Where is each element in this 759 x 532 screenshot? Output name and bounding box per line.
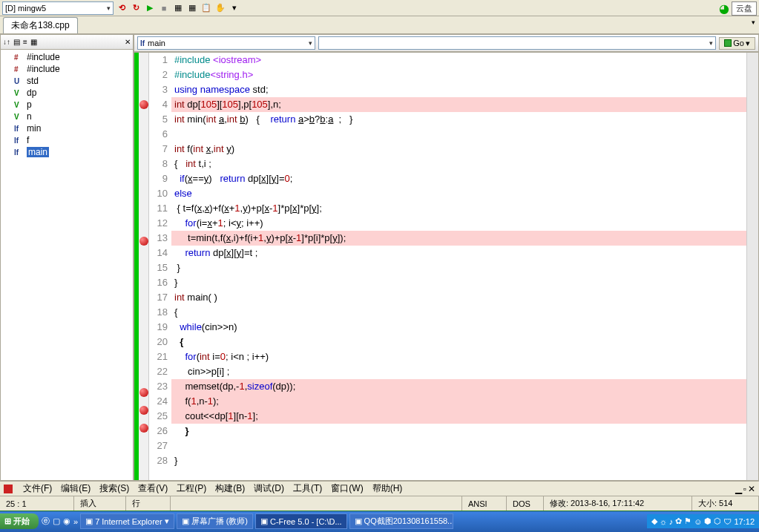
outline-item[interactable]: Ustd	[1, 75, 133, 87]
outline-item[interactable]: ##include	[1, 51, 133, 63]
line-number: 22	[149, 364, 168, 379]
code-line[interactable]: }	[171, 260, 746, 275]
menu-item[interactable]: 文件(F)	[23, 483, 52, 493]
hand-icon[interactable]: ✋	[214, 2, 226, 14]
ie-icon[interactable]: ⓔ	[42, 516, 50, 527]
code-line[interactable]: int min(int a,int b) { return a>b?b:a ; …	[171, 112, 746, 127]
code-line[interactable]: return dp[x][y]=t ;	[171, 246, 746, 260]
code-line[interactable]: memset(dp,-1,sizeof(dp));	[171, 379, 746, 394]
tray-icon[interactable]: ☼	[660, 517, 667, 526]
refresh-icon[interactable]: ⟲	[116, 2, 128, 14]
view-icon[interactable]: ▦	[30, 38, 37, 46]
outline-item[interactable]: Vdp	[1, 87, 133, 99]
outline-item[interactable]: ##include	[1, 63, 133, 75]
compiler-combo[interactable]: [D] mingw5	[2, 1, 114, 15]
code-line[interactable]: #include <iostream>	[171, 53, 746, 68]
menu-item[interactable]: 工程(P)	[177, 483, 206, 493]
tab-dropdown-icon[interactable]: ▾	[752, 19, 755, 26]
code-line[interactable]: cout<<dp[1][n-1];	[171, 409, 746, 424]
code-line[interactable]: int main( )	[171, 290, 746, 305]
breakpoint-gutter[interactable]	[139, 53, 149, 480]
menu-item[interactable]: 帮助(H)	[372, 483, 403, 493]
menu-item[interactable]: 构建(B)	[215, 483, 245, 493]
system-tray[interactable]: ◆ ☼ ♪ ✿ ⚑ ☺ ⬢ ⬡ 🛡 17:12	[647, 514, 759, 528]
menu-item[interactable]: 工具(T)	[293, 483, 322, 493]
menu-item[interactable]: 调试(D)	[254, 483, 284, 493]
outline-item[interactable]: Vp	[1, 99, 133, 111]
code-line[interactable]: t=min(t,f(x,i)+f(i+1,y)+p[x-1]*p[i]*p[y]…	[171, 231, 746, 246]
go-button[interactable]: Go ▾	[719, 37, 755, 50]
code-line[interactable]: else	[171, 186, 746, 201]
tray-icon[interactable]: ☺	[694, 517, 702, 526]
desktop-icon[interactable]: ▢	[53, 516, 60, 526]
minimize-icon[interactable]: ▁	[735, 484, 742, 494]
taskbar-item[interactable]: ▣QQ截图201308161558...	[349, 513, 453, 529]
build-icon[interactable]: ▦	[172, 2, 184, 14]
code-line[interactable]: { t=f(x,x)+f(x+1,y)+p[x-1]*p[x]*p[y];	[171, 201, 746, 216]
tray-icon[interactable]: ⬢	[704, 516, 712, 526]
wechat-icon[interactable]: ◕	[719, 1, 729, 16]
outline-item[interactable]: Vn	[1, 111, 133, 122]
vertical-scrollbar[interactable]	[746, 53, 758, 480]
restore-icon[interactable]: ▫	[743, 484, 746, 494]
menu-item[interactable]: 搜索(S)	[99, 483, 129, 493]
file-tab[interactable]: 未命名138.cpp	[3, 17, 78, 33]
paste-icon[interactable]: 📋	[200, 2, 212, 14]
outline-item[interactable]: lff	[1, 134, 133, 146]
reload-icon[interactable]: ↻	[130, 2, 142, 14]
code-line[interactable]: }	[171, 275, 746, 290]
code-line[interactable]: for(i=x+1; i<y; i++)	[171, 216, 746, 231]
code-line[interactable]: }	[171, 453, 746, 468]
sort-icon[interactable]: ↓↑	[3, 38, 10, 46]
taskbar-item[interactable]: ▣7 Internet Explorer▾	[80, 513, 174, 529]
code-line[interactable]: if(x==y) return dp[x][y]=0;	[171, 171, 746, 186]
tray-icon[interactable]: ✿	[675, 516, 682, 526]
more-icon[interactable]: ▾	[229, 2, 240, 14]
member-combo[interactable]	[318, 36, 716, 50]
breakpoint-icon[interactable]	[139, 100, 148, 109]
start-button[interactable]: ⊞ 开始	[0, 513, 39, 529]
code-line[interactable]	[171, 127, 746, 142]
code-line[interactable]: }	[171, 424, 746, 439]
tray-icon[interactable]: ⬡	[714, 516, 721, 526]
code-line[interactable]: for(int i=0; i<n ; i++)	[171, 349, 746, 364]
media-icon[interactable]: ◉	[63, 516, 70, 526]
outline-item[interactable]: lfmain	[1, 146, 133, 158]
list-icon[interactable]: ≡	[23, 38, 27, 46]
code-line[interactable]: {	[171, 305, 746, 320]
menu-item[interactable]: 窗口(W)	[331, 483, 363, 493]
code-line[interactable]: cin>>p[i] ;	[171, 364, 746, 379]
menu-item[interactable]: 查看(V)	[138, 483, 168, 493]
code-line[interactable]: int f(int x,int y)	[171, 142, 746, 157]
taskbar-item[interactable]: ▣C-Free 5.0 - [C:\D...	[255, 513, 347, 529]
code-editor[interactable]: 1234567891011121314151617181920212223242…	[134, 52, 759, 481]
taskbar-item[interactable]: ▣屏幕广播 (教师)	[177, 513, 253, 529]
breakpoint-icon[interactable]	[139, 406, 148, 415]
code-line[interactable]: int dp[105][105],p[105],n;	[171, 97, 746, 112]
filter-icon[interactable]: ▤	[13, 38, 20, 46]
close-icon[interactable]: ✕	[748, 484, 755, 494]
code-line[interactable]: using namespace std;	[171, 82, 746, 97]
code-line[interactable]: while(cin>>n)	[171, 320, 746, 335]
stop-icon[interactable]: ■	[158, 2, 170, 14]
breakpoint-icon[interactable]	[139, 424, 148, 433]
breakpoint-icon[interactable]	[139, 388, 148, 397]
tray-icon[interactable]: 🛡	[723, 517, 732, 526]
scope-combo[interactable]: lf main	[137, 36, 315, 50]
run-icon[interactable]: ▶	[144, 2, 156, 14]
build-all-icon[interactable]: ▦	[186, 2, 198, 14]
code-line[interactable]: {	[171, 335, 746, 349]
code-line[interactable]	[171, 439, 746, 453]
tray-icon[interactable]: ◆	[651, 516, 657, 526]
breakpoint-icon[interactable]	[139, 237, 148, 246]
code-area[interactable]: #include <iostream>#include<string.h>usi…	[171, 53, 746, 480]
menu-item[interactable]: 编辑(E)	[61, 483, 91, 493]
tray-icon[interactable]: ♪	[669, 517, 674, 526]
code-line[interactable]: { int t,i ;	[171, 157, 746, 171]
code-line[interactable]: f(1,n-1);	[171, 394, 746, 409]
tray-icon[interactable]: ⚑	[684, 516, 691, 526]
yunpan-button[interactable]: 云盘	[732, 1, 757, 16]
outline-item[interactable]: lfmin	[1, 122, 133, 134]
code-line[interactable]: #include<string.h>	[171, 68, 746, 82]
close-sidebar-icon[interactable]: ✕	[125, 38, 131, 46]
